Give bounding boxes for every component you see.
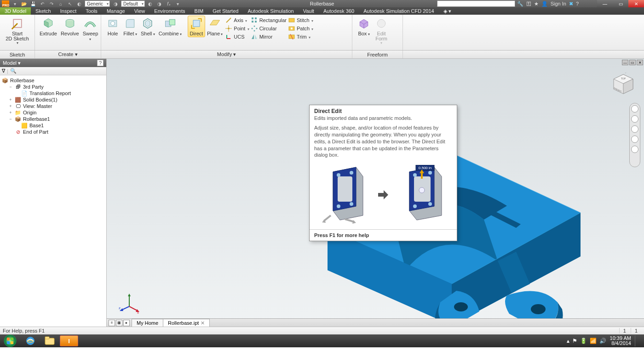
tree-translation-report[interactable]: 📄Translation Report (2, 90, 104, 96)
save-icon[interactable]: 💾 (29, 0, 37, 7)
taskbar-explorer[interactable] (40, 335, 59, 346)
tab-view[interactable]: View (130, 7, 150, 15)
show-desktop-button[interactable] (635, 335, 639, 346)
help-icon[interactable]: ? (576, 1, 579, 6)
stitch-button[interactable]: Stitch (288, 17, 314, 24)
start-button[interactable] (2, 334, 18, 347)
shell-button[interactable]: Shell (139, 16, 157, 37)
dropdown-icon[interactable]: ▾ (174, 0, 182, 7)
appearance-swatch-icon[interactable]: ◑ (112, 0, 119, 7)
tab-autodesk-360[interactable]: Autodesk 360 (319, 7, 359, 15)
panel-title-modify[interactable]: Modify ▾ (101, 51, 352, 58)
full-nav-wheel-icon[interactable] (631, 105, 638, 113)
tree-root[interactable]: 📦Rollerbase (2, 77, 104, 84)
extrude-button[interactable]: Extrude (38, 16, 59, 37)
help-icon[interactable]: ? (97, 60, 104, 66)
measure-icon[interactable]: ◑ (156, 0, 163, 7)
help-search-input[interactable] (437, 0, 515, 7)
viewcube[interactable]: TOP FRONT RIGHT (612, 73, 635, 96)
maximize-button[interactable]: ▭ (613, 0, 628, 7)
close-button[interactable]: ✕ (628, 0, 644, 7)
trim-button[interactable]: Trim (288, 33, 314, 40)
home-icon[interactable]: ⌂ (57, 0, 64, 7)
signin-link[interactable]: Sign In (551, 1, 566, 6)
tab-manage[interactable]: Manage (102, 7, 130, 15)
hole-button[interactable]: Hole (104, 16, 121, 37)
redo-icon[interactable]: ↷ (48, 0, 55, 7)
taskbar-clock[interactable]: 10:39 AM 8/4/2014 (610, 336, 631, 346)
vp-close-icon[interactable]: ✕ (637, 60, 643, 65)
select-icon[interactable]: ↖ (66, 0, 74, 7)
exchange-icon[interactable]: ✖ (569, 1, 573, 7)
tray-flag-icon[interactable]: ⚑ (572, 338, 577, 344)
lookat-icon[interactable] (631, 146, 638, 153)
appearance-dropdown[interactable]: Default (121, 0, 145, 7)
tree-origin[interactable]: +📁Origin (2, 109, 104, 116)
doctab-rollerbase[interactable]: Rollerbase.ipt✕ (163, 319, 210, 327)
viewport[interactable]: — ▭ ✕ TOP FRONT RIGHT (107, 59, 644, 327)
tray-network-icon[interactable]: 📶 (590, 338, 597, 344)
rectangular-button[interactable]: Rectangular (250, 17, 288, 24)
tab-extra-icon[interactable]: ◈ ▾ (439, 7, 456, 15)
direct-button[interactable]: Direct (188, 16, 205, 37)
tree-view-master[interactable]: +🖵View: Master (2, 103, 104, 109)
tab-inspect[interactable]: Inspect (56, 7, 81, 15)
tree-end-of-part[interactable]: ⊘End of Part (2, 129, 104, 135)
taskbar-ie[interactable] (21, 335, 40, 346)
tray-volume-icon[interactable]: 🔊 (599, 338, 606, 344)
point-button[interactable]: Point (224, 25, 250, 32)
tray-power-icon[interactable]: 🔋 (580, 338, 587, 344)
new-icon[interactable]: ▾ (11, 0, 18, 7)
tab-bim[interactable]: BIM (190, 7, 208, 15)
panel-title-create[interactable]: Create ▾ (35, 51, 101, 58)
key-icon[interactable]: ⚿ (526, 1, 531, 6)
tab-autodesk-simulation[interactable]: Autodesk Simulation (243, 7, 298, 15)
doctab-close-icon[interactable]: ✕ (201, 320, 205, 326)
fillet-button[interactable]: Fillet (121, 16, 139, 37)
open-icon[interactable]: 📂 (20, 0, 28, 7)
tree-base1[interactable]: 🟨Base1 (2, 122, 104, 129)
star-icon[interactable]: ★ (534, 1, 539, 7)
doctab-arrow-icon[interactable]: ▸ (123, 320, 130, 326)
vp-max-icon[interactable]: ▭ (629, 60, 636, 65)
combine-button[interactable]: Combine (157, 16, 184, 37)
zoom-icon[interactable] (631, 125, 638, 133)
doctab-grid-icon[interactable]: ▦ (116, 320, 122, 326)
axis-button[interactable]: Axis (224, 17, 250, 24)
circular-button[interactable]: Circular (250, 25, 288, 32)
minimize-button[interactable]: — (597, 0, 613, 7)
tab-sim-cfd[interactable]: Autodesk Simulation CFD 2014 (359, 7, 438, 15)
browser-header[interactable]: Model ▾? (0, 59, 106, 67)
doctab-my-home[interactable]: My Home (132, 319, 163, 327)
orbit-icon[interactable] (631, 136, 638, 143)
adjust-icon[interactable]: ◐ (147, 0, 154, 7)
filter-icon[interactable]: ∇ (2, 68, 5, 74)
material-swatch-icon[interactable]: ◐ (75, 0, 83, 7)
app-icon[interactable]: PRO (2, 0, 9, 7)
undo-icon[interactable]: ↶ (39, 0, 46, 7)
user-icon[interactable]: 👤 (541, 1, 548, 7)
tab-tools[interactable]: Tools (81, 7, 102, 15)
ucs-button[interactable]: UCS (224, 33, 250, 40)
start-2d-sketch-button[interactable]: Start 2D Sketch ▾ (3, 16, 32, 46)
patch-button[interactable]: Patch (288, 25, 314, 32)
doctab-list-icon[interactable]: ≡ (109, 320, 115, 326)
box-button[interactable]: Box (355, 16, 373, 37)
tree-third-party[interactable]: −🗊3rd Party (2, 84, 104, 90)
sweep-button[interactable]: Sweep (81, 16, 100, 42)
vp-min-icon[interactable]: — (622, 60, 628, 65)
tab-sketch[interactable]: Sketch (31, 7, 56, 15)
plane-button[interactable]: Plane (205, 16, 224, 37)
fx-icon[interactable]: fₓ (165, 0, 172, 7)
tree-solid-bodies[interactable]: +🟫Solid Bodies(1) (2, 96, 104, 103)
wrench-icon[interactable]: 🔧 (517, 1, 523, 7)
find-icon[interactable]: 🔍 (10, 68, 17, 74)
revolve-button[interactable]: Revolve (59, 16, 81, 37)
tab-vault[interactable]: Vault (299, 7, 319, 15)
tab-environments[interactable]: Environments (150, 7, 190, 15)
tree-rollerbase1[interactable]: −📦Rollerbase1 (2, 116, 104, 122)
tab-3d-model[interactable]: 3D Model (0, 7, 31, 15)
tab-get-started[interactable]: Get Started (208, 7, 243, 15)
material-dropdown[interactable]: Generic (85, 0, 110, 7)
taskbar-inventor[interactable]: I (60, 335, 78, 346)
